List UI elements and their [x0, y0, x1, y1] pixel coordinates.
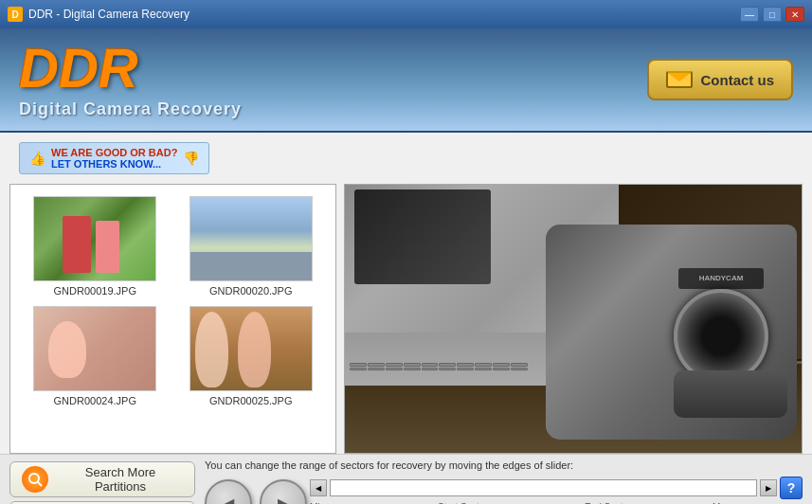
thumbnail-label-2: GNDR00024.JPG: [54, 395, 136, 406]
thumbnail-image-3: [189, 306, 313, 391]
search-more-partitions-button[interactable]: Search More Partitions: [9, 461, 195, 497]
thumbnail-image-2: [33, 306, 156, 391]
contact-icon: [666, 68, 693, 91]
camera-scene: HANDYCAM: [345, 185, 802, 453]
thumbnail-image-0: [33, 196, 156, 281]
app-subtitle: Digital Camera Recovery: [19, 99, 242, 119]
camcorder-body: HANDYCAM: [546, 225, 797, 439]
camcorder-label: HANDYCAM: [678, 268, 764, 289]
header: DDR Digital Camera Recovery Contact us: [0, 28, 812, 133]
slider-row[interactable]: ◀ ▶ ?: [310, 477, 803, 499]
bottom-right-info: You can change the range of sectors for …: [205, 459, 803, 504]
title-bar-text: DDR - Digital Camera Recovery: [28, 8, 189, 21]
app-icon: D: [8, 7, 23, 22]
right-panel: HANDYCAM: [344, 184, 803, 454]
thumbnail-label-1: GNDR00020.JPG: [209, 285, 292, 297]
next-button[interactable]: ▶: [260, 479, 307, 504]
thumbnail-label-3: GNDR00025.JPG: [209, 395, 292, 406]
thumbnail-label-0: GNDR00019.JPG: [54, 285, 136, 297]
minimize-button[interactable]: —: [740, 7, 759, 22]
prev-button[interactable]: ◀: [205, 479, 252, 504]
preview-image: HANDYCAM: [344, 184, 803, 454]
slider-left-arrow[interactable]: ◀: [310, 479, 327, 496]
close-button[interactable]: ✕: [785, 7, 804, 22]
thumbnail-image-1: [189, 196, 313, 281]
bottom-left-buttons: Search More Partitions Refresh Drive Lis…: [9, 459, 195, 504]
thumbs-down-icon: 👎: [183, 151, 199, 166]
left-panel: GNDR00019.JPG GNDR00020.JPG GNDR00024.JP…: [9, 184, 336, 454]
bottom-area: Search More Partitions Refresh Drive Lis…: [0, 454, 812, 504]
svg-point-4: [29, 474, 39, 483]
thumbnail-item-3[interactable]: GNDR00025.JPG: [178, 306, 325, 406]
thumbnail-item-1[interactable]: GNDR00020.JPG: [178, 196, 325, 297]
slider-track[interactable]: [330, 479, 757, 496]
search-partitions-icon: [22, 466, 48, 493]
keyboard-keys: [350, 363, 528, 370]
help-button[interactable]: ?: [780, 477, 803, 499]
contact-button-label: Contact us: [700, 72, 774, 88]
title-bar-controls: — □ ✕: [740, 7, 804, 22]
svg-line-5: [38, 482, 42, 486]
header-left: DDR Digital Camera Recovery: [19, 41, 242, 119]
contact-button[interactable]: Contact us: [647, 59, 793, 100]
thumbs-up-icon: 👍: [29, 151, 45, 166]
maximize-button[interactable]: □: [763, 7, 782, 22]
app-logo: DDR: [19, 41, 242, 96]
camcorder-grip: [674, 370, 787, 418]
main-area: GNDR00019.JPG GNDR00020.JPG GNDR00024.JP…: [0, 184, 812, 454]
feedback-text: WE ARE GOOD OR BAD? LET OTHERS KNOW...: [51, 147, 177, 170]
feedback-area[interactable]: 👍 WE ARE GOOD OR BAD? LET OTHERS KNOW...…: [0, 133, 812, 184]
thumbnail-item-2[interactable]: GNDR00024.JPG: [22, 306, 169, 406]
thumbnail-item-0[interactable]: GNDR00019.JPG: [22, 196, 169, 297]
slider-section: ◀ ▶ ? Min Start Sector: [310, 477, 803, 504]
title-bar-left: D DDR - Digital Camera Recovery: [8, 7, 189, 22]
thumbnail-grid: GNDR00019.JPG GNDR00020.JPG GNDR00024.JP…: [10, 185, 335, 418]
slider-container[interactable]: ◀ ▶ ◀ ▶ ? Min Start Sector: [205, 477, 803, 504]
feedback-banner[interactable]: 👍 WE ARE GOOD OR BAD? LET OTHERS KNOW...…: [19, 142, 209, 174]
title-bar: D DDR - Digital Camera Recovery — □ ✕: [0, 0, 812, 28]
slider-description: You can change the range of sectors for …: [205, 459, 803, 473]
nav-buttons: ◀ ▶: [205, 479, 307, 504]
thumbnail-grid-container[interactable]: GNDR00019.JPG GNDR00020.JPG GNDR00024.JP…: [9, 184, 336, 454]
slider-right-arrow[interactable]: ▶: [760, 479, 777, 496]
search-partitions-label: Search More Partitions: [58, 465, 183, 494]
laptop-screen: [354, 189, 491, 284]
